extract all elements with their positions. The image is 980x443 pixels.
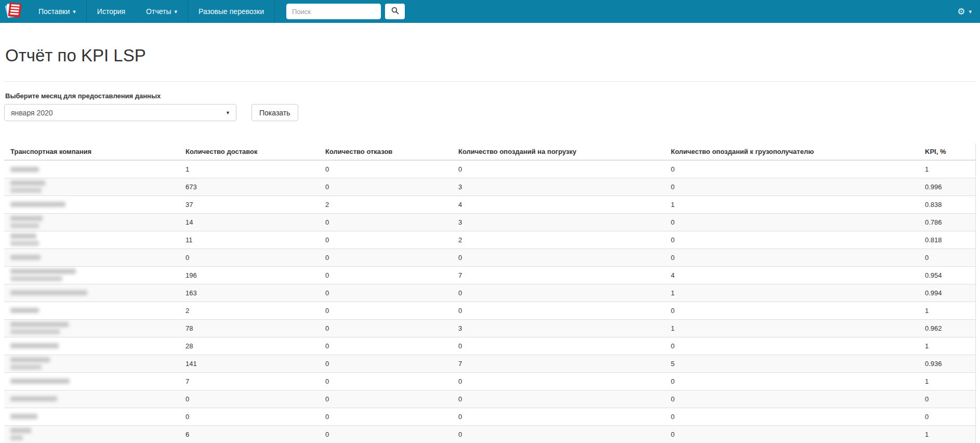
kpi-cell: 0 [921,390,976,408]
redacted-company-name [10,202,65,207]
nav-item-otchety[interactable]: Отчеты ▾ [136,0,188,23]
table-row: 10001 [4,160,976,178]
consignee-delays-cell: 0 [667,390,921,408]
company-cell [4,302,181,319]
consignee-delays-cell: 0 [667,249,921,266]
deliveries-cell: 37 [181,196,321,213]
brand-logo[interactable] [0,0,28,23]
nav-item-postavki[interactable]: Поставки ▾ [28,0,86,23]
loading-delays-cell: 0 [454,372,667,390]
kpi-table-body: 100016730300.996372410.838140300.7861102… [4,160,976,443]
table-header-row: Транспортная компания Количество доставо… [4,144,976,160]
loading-delays-cell: 0 [454,284,667,302]
col-header-deliveries: Количество доставок [181,144,321,160]
nav-item-label: Поставки [38,7,70,16]
company-cell [4,284,181,302]
consignee-delays-cell: 0 [667,302,921,319]
deliveries-cell: 0 [181,249,321,266]
table-row: 280001 [4,337,976,355]
redacted-company-name [10,414,37,419]
redacted-company-name [10,428,31,433]
refusals-cell: 0 [321,355,454,372]
consignee-delays-cell: 5 [667,355,921,372]
table-row: 140300.786 [4,213,976,231]
loading-delays-cell: 4 [454,196,667,213]
loading-delays-cell: 0 [454,425,667,443]
redacted-company-name [10,435,23,440]
select-caret-icon: ▼ [226,110,230,115]
table-row: 60001 [4,425,976,443]
redacted-company-name [10,167,39,172]
kpi-cell: 0 [921,249,976,266]
redacted-company-name [10,357,50,362]
deliveries-cell: 141 [181,355,321,372]
redacted-company-name [10,396,57,401]
table-row: 372410.838 [4,196,976,213]
table-row: 1410750.936 [4,355,976,372]
col-header-company: Транспортная компания [4,144,181,160]
nav-item-istoriya[interactable]: История [87,0,136,23]
redacted-company-name [10,379,70,384]
loading-delays-cell: 3 [454,178,667,196]
table-row: 6730300.996 [4,178,976,196]
nav-item-razovye-perevozki[interactable]: Разовые перевозки [188,0,274,23]
deliveries-cell: 673 [181,178,321,196]
deliveries-cell: 7 [181,372,321,390]
refusals-cell: 0 [321,302,454,319]
page-title: Отчёт по KPI LSP [5,46,976,65]
table-row: 1630010.994 [4,284,976,302]
page-content: Отчёт по KPI LSP Выберите месяц для пред… [0,46,980,443]
kpi-cell: 1 [921,302,976,319]
navbar-search [275,0,405,23]
refusals-cell: 0 [321,372,454,390]
month-select-value: января 2020 [11,109,53,117]
kpi-cell: 0.994 [921,284,976,302]
consignee-delays-cell: 1 [667,196,921,213]
refusals-cell: 0 [321,337,454,355]
documents-logo-icon [3,2,24,21]
table-row: 00000 [4,249,976,266]
gear-icon: ⚙ [957,7,965,16]
consignee-delays-cell: 0 [667,231,921,249]
refusals-cell: 0 [321,178,454,196]
search-button[interactable] [385,4,405,19]
company-cell [4,160,181,178]
table-row: 110200.818 [4,231,976,249]
kpi-cell: 1 [921,160,976,178]
kpi-cell: 0.818 [921,231,976,249]
kpi-table: Транспортная компания Количество доставо… [4,144,976,443]
kpi-cell: 0.962 [921,319,976,337]
kpi-cell: 0.996 [921,178,976,196]
refusals-cell: 0 [321,213,454,231]
search-input[interactable] [286,4,381,19]
show-button[interactable]: Показать [251,104,298,121]
refusals-cell: 0 [321,160,454,178]
table-row: 1960740.954 [4,266,976,284]
kpi-cell: 0.936 [921,355,976,372]
month-filter-label: Выберите месяц для предоставления данных [5,92,976,100]
refusals-cell: 0 [321,266,454,284]
company-cell [4,425,181,443]
company-cell [4,213,181,231]
kpi-cell: 1 [921,425,976,443]
loading-delays-cell: 2 [454,231,667,249]
redacted-company-name [10,322,69,327]
settings-menu-toggle[interactable]: ⚙ ▾ [957,0,980,23]
redacted-company-name [10,343,59,348]
consignee-delays-cell: 0 [667,408,921,425]
redacted-company-name [10,216,43,221]
refusals-cell: 0 [321,425,454,443]
month-select[interactable]: января 2020 ▼ [4,104,236,121]
company-cell [4,178,181,196]
refusals-cell: 0 [321,408,454,425]
refusals-cell: 0 [321,319,454,337]
table-row: 20001 [4,302,976,319]
redacted-company-name [10,308,39,313]
table-row: 00000 [4,390,976,408]
kpi-cell: 1 [921,337,976,355]
company-cell [4,337,181,355]
chevron-down-icon: ▾ [175,9,178,15]
kpi-cell: 0.838 [921,196,976,213]
deliveries-cell: 163 [181,284,321,302]
deliveries-cell: 196 [181,266,321,284]
